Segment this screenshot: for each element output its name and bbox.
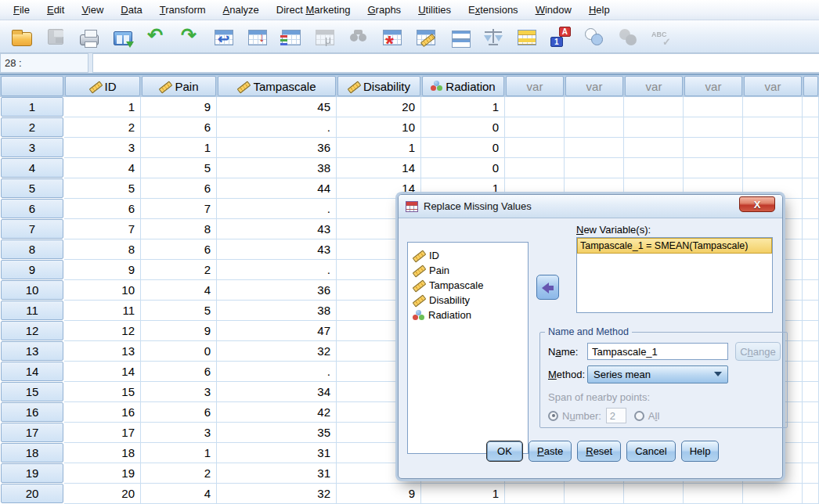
- cell[interactable]: [743, 97, 803, 117]
- row-header-20[interactable]: 20: [1, 484, 63, 503]
- cell[interactable]: 1: [421, 484, 505, 504]
- column-header-pain[interactable]: Pain: [142, 76, 216, 96]
- move-variable-button[interactable]: [536, 275, 559, 300]
- menu-direct-marketing[interactable]: Direct Marketing: [268, 1, 359, 19]
- menu-utilities[interactable]: Utilities: [410, 1, 460, 19]
- cell[interactable]: .: [217, 260, 337, 280]
- column-header-disability[interactable]: Disability: [337, 76, 420, 96]
- cell[interactable]: [624, 158, 684, 178]
- go-to-case-button[interactable]: [208, 23, 240, 51]
- cell[interactable]: [743, 117, 803, 138]
- cell[interactable]: 32: [217, 484, 337, 504]
- cancel-button[interactable]: Cancel: [626, 441, 675, 462]
- ok-button[interactable]: OK: [486, 441, 523, 462]
- cell[interactable]: 35: [217, 423, 337, 443]
- cell[interactable]: 3: [64, 138, 141, 158]
- cell[interactable]: [565, 117, 624, 138]
- cell[interactable]: 44: [217, 178, 337, 199]
- cell[interactable]: [624, 97, 684, 117]
- cell[interactable]: .: [217, 362, 337, 382]
- cell[interactable]: 1: [141, 138, 217, 158]
- cell[interactable]: 14: [64, 362, 141, 382]
- variable-item-pain[interactable]: Pain: [408, 263, 528, 278]
- cell[interactable]: 6: [141, 362, 217, 382]
- paste-button[interactable]: Paste: [529, 441, 572, 462]
- go-to-variable-button[interactable]: [242, 23, 273, 51]
- cell[interactable]: 0: [421, 158, 505, 178]
- cell[interactable]: 6: [64, 199, 141, 219]
- cell[interactable]: 9: [141, 321, 217, 341]
- cell[interactable]: 10: [64, 280, 141, 301]
- menu-window[interactable]: Window: [527, 1, 580, 19]
- print-button[interactable]: [74, 23, 105, 51]
- cell[interactable]: 42: [217, 402, 337, 423]
- cell[interactable]: .: [217, 117, 337, 138]
- cell[interactable]: [505, 158, 565, 178]
- cell[interactable]: 0: [421, 117, 505, 138]
- cell[interactable]: 0: [421, 138, 505, 158]
- row-header-17[interactable]: 17: [1, 423, 63, 442]
- cell[interactable]: [743, 484, 803, 504]
- row-header-13[interactable]: 13: [1, 341, 63, 361]
- column-header-var[interactable]: var: [565, 76, 623, 96]
- variable-item-id[interactable]: ID: [408, 248, 528, 263]
- cell[interactable]: [743, 138, 803, 158]
- cell[interactable]: 17: [64, 423, 141, 443]
- cell[interactable]: 31: [217, 463, 337, 484]
- cell[interactable]: 8: [64, 239, 141, 260]
- cell[interactable]: 43: [217, 219, 337, 239]
- close-button[interactable]: X: [739, 196, 775, 212]
- row-header-4[interactable]: 4: [1, 158, 63, 178]
- cell[interactable]: 5: [141, 301, 217, 321]
- cell[interactable]: 9: [141, 97, 217, 117]
- cell[interactable]: 8: [141, 219, 217, 239]
- cell[interactable]: [684, 484, 743, 504]
- method-dropdown[interactable]: Series mean: [587, 365, 728, 383]
- cell[interactable]: 6: [141, 178, 217, 199]
- insert-variable-button[interactable]: [410, 23, 442, 51]
- cell[interactable]: 4: [64, 158, 141, 178]
- open-data-button[interactable]: [6, 23, 38, 51]
- cell[interactable]: 6: [141, 402, 217, 423]
- row-header-6[interactable]: 6: [1, 199, 63, 218]
- cell[interactable]: 36: [217, 280, 337, 301]
- menu-extensions[interactable]: Extensions: [460, 1, 527, 19]
- select-cases-button[interactable]: [511, 23, 543, 51]
- cell[interactable]: 47: [217, 321, 337, 341]
- cell[interactable]: 1: [421, 97, 505, 117]
- new-variable-item[interactable]: Tampascale_1 = SMEAN(Tampascale): [577, 238, 772, 254]
- cell[interactable]: [565, 138, 624, 158]
- cell[interactable]: [624, 484, 684, 504]
- cell[interactable]: 14: [337, 158, 421, 178]
- variables-button[interactable]: [276, 23, 307, 51]
- cell[interactable]: [624, 138, 684, 158]
- cell[interactable]: 36: [217, 138, 337, 158]
- insert-cases-button[interactable]: [377, 23, 408, 51]
- cell[interactable]: 0: [141, 341, 217, 362]
- cell[interactable]: [565, 97, 624, 117]
- cell[interactable]: 3: [141, 423, 217, 443]
- value-labels-button[interactable]: [545, 23, 576, 51]
- cell[interactable]: 38: [217, 301, 337, 321]
- row-header-12[interactable]: 12: [1, 321, 63, 340]
- row-header-19[interactable]: 19: [1, 463, 63, 483]
- cell[interactable]: 12: [64, 321, 141, 341]
- cell[interactable]: 10: [337, 117, 421, 138]
- menu-graphs[interactable]: Graphs: [359, 1, 410, 19]
- cell[interactable]: [565, 158, 624, 178]
- cell[interactable]: [743, 158, 803, 178]
- row-header-14[interactable]: 14: [1, 362, 63, 381]
- row-header-10[interactable]: 10: [1, 280, 63, 300]
- cell[interactable]: 31: [217, 443, 337, 463]
- cell[interactable]: 1: [64, 97, 141, 117]
- cell[interactable]: 34: [217, 382, 337, 402]
- column-header-var[interactable]: var: [744, 76, 802, 96]
- row-header-8[interactable]: 8: [1, 239, 63, 259]
- split-file-button[interactable]: [444, 23, 475, 51]
- cell[interactable]: 4: [141, 484, 217, 504]
- cell[interactable]: [505, 484, 565, 504]
- cell[interactable]: 45: [217, 97, 337, 117]
- cell[interactable]: [684, 138, 743, 158]
- row-header-7[interactable]: 7: [1, 219, 63, 239]
- variable-item-radiation[interactable]: Radiation: [408, 308, 528, 322]
